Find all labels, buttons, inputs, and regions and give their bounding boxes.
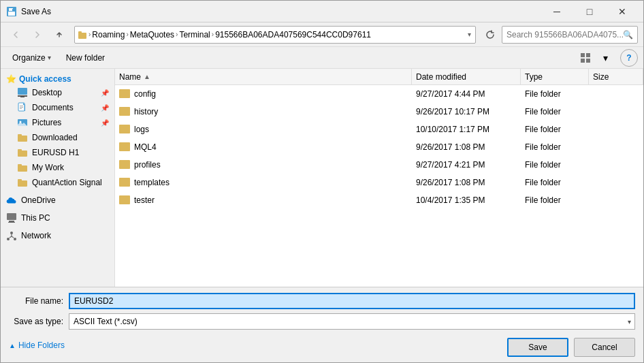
svg-point-30: [10, 232, 13, 234]
maximize-button[interactable]: □: [574, 1, 605, 22]
breadcrumb-id[interactable]: 915566BA06ADA407569C544CC0D97611: [215, 30, 371, 40]
sidebar-item-documents[interactable]: Documents 📌: [1, 100, 114, 115]
col-header-type[interactable]: Type: [521, 69, 589, 84]
hide-folders-row[interactable]: ▲ Hide Folders: [9, 339, 507, 351]
sidebar-item-desktop[interactable]: Desktop 📌: [1, 85, 114, 100]
svg-point-31: [7, 238, 10, 240]
pin-icon-pictures: 📌: [101, 119, 109, 127]
refresh-button[interactable]: [481, 26, 499, 44]
svg-rect-25: [18, 180, 27, 187]
organize-button[interactable]: Organize ▾: [6, 50, 57, 66]
sidebar-item-mywork[interactable]: My Work: [1, 160, 114, 175]
quick-access-header[interactable]: ⭐ Quick access: [1, 72, 114, 85]
sidebar-item-pictures[interactable]: Pictures 📌: [1, 115, 114, 130]
pin-icon-documents: 📌: [101, 104, 109, 112]
filename-label: File name:: [9, 296, 63, 306]
svg-rect-1: [8, 12, 15, 16]
col-header-size[interactable]: Size: [589, 69, 643, 84]
table-row[interactable]: profiles 9/27/2017 4:21 PM File folder: [115, 156, 643, 174]
table-row[interactable]: config 9/27/2017 4:44 PM File folder: [115, 85, 643, 103]
saveas-label: Save as type:: [9, 317, 63, 326]
pin-icon-desktop: 📌: [101, 89, 109, 97]
col-header-date[interactable]: Date modified: [412, 69, 521, 84]
folder-icon: [119, 142, 130, 151]
mywork-folder-icon: [17, 162, 28, 173]
svg-rect-29: [8, 222, 15, 223]
help-button[interactable]: ?: [620, 49, 638, 67]
file-list-header: Name ▲ Date modified Type Size: [115, 69, 643, 85]
svg-rect-12: [20, 97, 25, 97]
sidebar-item-network[interactable]: Network: [1, 228, 114, 243]
hide-folders-label: Hide Folders: [18, 341, 65, 350]
onedrive-section: OneDrive: [1, 193, 114, 208]
dialog-title: Save As: [21, 7, 541, 16]
save-button[interactable]: Save: [507, 338, 568, 357]
thispc-icon: [6, 212, 17, 223]
saveas-select-wrapper[interactable]: ASCII Text (*.csv) CSV (*.csv) All Files…: [69, 313, 635, 330]
filename-input[interactable]: [69, 293, 635, 309]
eurusd-folder-icon: [17, 147, 28, 158]
pictures-icon: [17, 117, 28, 128]
minimize-button[interactable]: ─: [541, 1, 573, 22]
dialog-icon: [6, 6, 17, 17]
sidebar-item-onedrive[interactable]: OneDrive: [1, 193, 114, 208]
svg-rect-11: [18, 95, 27, 97]
thispc-section: This PC: [1, 210, 114, 225]
chevron-up-icon: ▲: [9, 342, 16, 349]
dialog-buttons: Save Cancel: [507, 338, 635, 357]
svg-rect-8: [581, 59, 585, 63]
new-folder-button[interactable]: New folder: [60, 50, 111, 66]
view-button[interactable]: [576, 49, 595, 67]
table-row[interactable]: MQL4 9/26/2017 1:08 PM File folder: [115, 138, 643, 156]
cancel-button[interactable]: Cancel: [574, 338, 635, 357]
breadcrumb-icon: [78, 30, 87, 40]
sidebar-item-quantaction[interactable]: QuantAction Signal: [1, 175, 114, 190]
sidebar-item-eurusd[interactable]: EURUSD H1: [1, 145, 114, 160]
folder-icon: [119, 195, 130, 204]
quantaction-folder-icon: [17, 177, 28, 188]
table-row[interactable]: templates 9/26/2017 1:08 PM File folder: [115, 174, 643, 191]
content-area: ⭐ Quick access Desktop 📌 Documents 📌: [1, 69, 643, 287]
folder-icon: [119, 178, 130, 187]
window-controls: ─ □ ✕: [541, 1, 638, 22]
breadcrumb-roaming[interactable]: Roaming: [92, 30, 125, 40]
breadcrumb-metaquotes[interactable]: MetaQuotes: [130, 30, 174, 40]
sidebar-item-thispc[interactable]: This PC: [1, 210, 114, 225]
table-row[interactable]: tester 10/4/2017 1:35 PM File folder: [115, 191, 643, 209]
network-section: Network: [1, 228, 114, 243]
close-button[interactable]: ✕: [607, 1, 638, 22]
title-bar: Save As ─ □ ✕: [1, 1, 643, 22]
svg-point-32: [14, 238, 16, 240]
sidebar: ⭐ Quick access Desktop 📌 Documents 📌: [1, 69, 115, 287]
svg-rect-3: [12, 9, 14, 11]
folder-icon: [119, 89, 130, 98]
breadcrumb-terminal[interactable]: Terminal: [179, 30, 210, 40]
documents-icon: [17, 102, 28, 113]
address-bar[interactable]: › Roaming › MetaQuotes › Terminal › 9155…: [74, 26, 476, 44]
sort-arrow: ▲: [144, 73, 150, 80]
back-button[interactable]: [6, 25, 25, 44]
svg-rect-23: [18, 165, 27, 172]
file-list: Name ▲ Date modified Type Size config: [115, 69, 643, 287]
saveas-row: Save as type: ASCII Text (*.csv) CSV (*.…: [9, 313, 635, 330]
table-row[interactable]: logs 10/10/2017 1:17 PM File folder: [115, 121, 643, 138]
forward-button[interactable]: [28, 25, 47, 44]
svg-rect-20: [18, 134, 22, 136]
svg-rect-6: [581, 53, 585, 57]
saveas-select[interactable]: ASCII Text (*.csv) CSV (*.csv) All Files…: [69, 313, 635, 330]
table-row[interactable]: history 9/26/2017 10:17 PM File folder: [115, 103, 643, 121]
search-input[interactable]: [506, 30, 623, 40]
search-bar[interactable]: 🔍: [502, 26, 638, 44]
bottom-bar: File name: Save as type: ASCII Text (*.c…: [1, 287, 643, 362]
svg-rect-15: [20, 107, 23, 108]
svg-rect-19: [18, 136, 27, 142]
up-button[interactable]: [50, 25, 69, 44]
search-icon: 🔍: [623, 30, 633, 40]
sidebar-item-downloaded[interactable]: Downloaded: [1, 130, 114, 145]
svg-rect-7: [586, 53, 590, 57]
svg-rect-21: [18, 151, 27, 157]
svg-rect-26: [18, 179, 22, 181]
quick-access-icon: ⭐: [6, 74, 16, 84]
view-dropdown-button[interactable]: ▾: [596, 49, 615, 67]
col-header-name[interactable]: Name ▲: [115, 69, 412, 84]
